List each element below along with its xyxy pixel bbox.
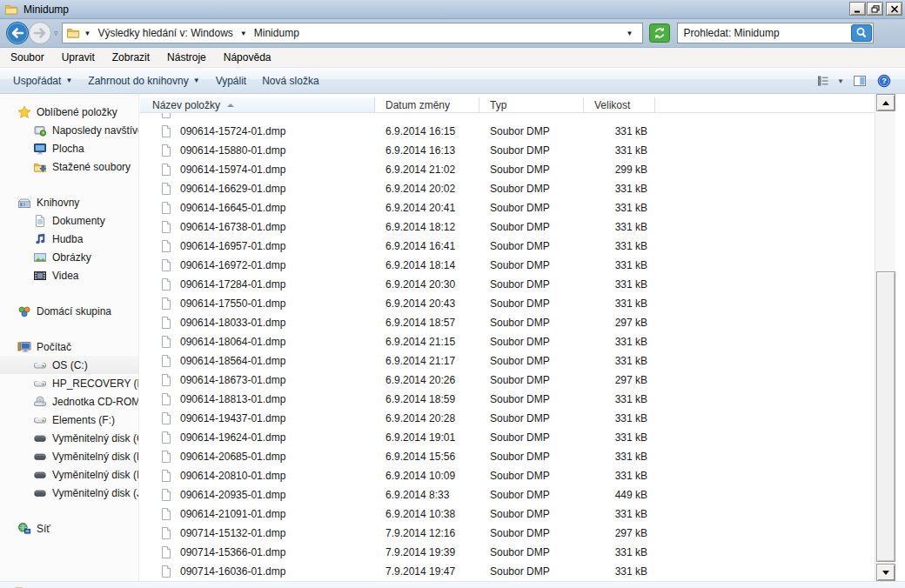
table-row[interactable]: 090614-20685-01.dmp 6.9.2014 15:56 Soubo… — [140, 447, 875, 466]
recent-pages-chevron[interactable]: ▿ — [54, 29, 58, 37]
menu-tools[interactable]: Nástroje — [158, 48, 215, 67]
table-row[interactable]: 090714-15366-01.dmp 7.9.2014 19:39 Soubo… — [140, 543, 875, 562]
sidebar-item[interactable]: Vyměnitelný disk (I:) — [0, 465, 138, 484]
desktop-icon — [33, 142, 47, 156]
table-row[interactable]: 090614-17284-01.dmp 6.9.2014 20:30 Soubo… — [140, 275, 875, 294]
views-icon[interactable] — [814, 73, 832, 89]
sidebar-item[interactable]: Vyměnitelný disk (G:) — [0, 429, 138, 447]
sidebar-item[interactable]: Počítač — [0, 337, 138, 356]
sidebar-item[interactable]: Videa — [0, 266, 138, 284]
sidebar-item[interactable]: Oblíbené položky — [0, 103, 138, 121]
minimize-button[interactable] — [849, 2, 866, 16]
sidebar-item[interactable]: Domácí skupina — [0, 302, 138, 320]
sidebar-item[interactable]: Knihovny — [0, 193, 138, 211]
search-input[interactable] — [679, 24, 851, 42]
scroll-down-button[interactable] — [876, 564, 895, 581]
table-row[interactable]: 090614-18564-01.dmp 6.9.2014 21:17 Soubo… — [140, 351, 875, 371]
removable-drive-icon — [33, 431, 47, 445]
breadcrumb-current[interactable]: Minidump — [251, 23, 302, 43]
sidebar-item[interactable]: Obrázky — [0, 248, 138, 266]
column-header-filler — [655, 97, 875, 112]
organize-button[interactable]: Uspořádat▼ — [5, 70, 80, 91]
sidebar-item[interactable]: Stažené soubory — [0, 157, 138, 176]
table-row[interactable]: 090614-15880-01.dmp 6.9.2014 16:13 Soubo… — [140, 141, 875, 160]
table-row[interactable]: 090614-17550-01.dmp 6.9.2014 20:43 Soubo… — [140, 294, 875, 313]
table-row[interactable]: 090614-20935-01.dmp 6.9.2014 8:33 Soubor… — [140, 485, 875, 504]
preview-pane-icon[interactable] — [851, 73, 868, 89]
column-header-name[interactable]: Název položky — [140, 97, 375, 112]
breadcrumb-dropdown-icon[interactable]: ▼ — [80, 30, 96, 37]
sidebar-item[interactable]: Elements (F:) — [0, 411, 138, 429]
sidebar-item[interactable]: OS (C:) — [0, 356, 138, 374]
table-row[interactable]: 090614-21091-01.dmp 6.9.2014 10:38 Soubo… — [140, 504, 875, 524]
file-name: 090614-16738-01.dmp — [180, 221, 285, 233]
table-row[interactable]: 090614-20810-01.dmp 6.9.2014 10:09 Soubo… — [140, 466, 875, 485]
column-header-size[interactable]: Velikost — [584, 97, 655, 112]
table-row[interactable]: 090614-18673-01.dmp 6.9.2014 20:26 Soubo… — [140, 371, 875, 390]
table-row[interactable]: 090614-16957-01.dmp 6.9.2014 16:41 Soubo… — [140, 237, 875, 256]
back-button[interactable] — [5, 21, 30, 45]
table-row[interactable]: 090614-15974-01.dmp 6.9.2014 21:02 Soubo… — [140, 160, 875, 179]
sidebar-item[interactable]: Síť — [0, 519, 138, 538]
table-row[interactable]: 090614-16629-01.dmp 6.9.2014 20:02 Soubo… — [140, 179, 875, 198]
vertical-scrollbar[interactable] — [875, 94, 895, 581]
file-icon — [159, 297, 173, 311]
file-icon — [159, 277, 173, 291]
help-icon[interactable]: ? — [875, 73, 893, 89]
table-row[interactable]: 090714-16036-01.dmp 7.9.2014 19:47 Soubo… — [140, 562, 875, 581]
menu-edit[interactable]: Upravit — [53, 48, 104, 67]
forward-button[interactable] — [28, 21, 52, 45]
table-row[interactable]: 090614-15724-01.dmp 6.9.2014 16:15 Soubo… — [140, 122, 875, 141]
table-row[interactable]: 090614-18813-01.dmp 6.9.2014 18:59 Soubo… — [140, 390, 875, 409]
close-button[interactable] — [886, 2, 902, 16]
sidebar-item-label: Vyměnitelný disk (G:) — [52, 432, 138, 444]
sidebar-item[interactable]: Jednotka CD-ROM (E:) — [0, 392, 138, 411]
file-size: 331 kB — [584, 546, 655, 558]
table-row[interactable]: 090614-16645-01.dmp 6.9.2014 20:41 Soubo… — [140, 198, 875, 217]
titlebar[interactable]: Minidump — [0, 0, 905, 19]
sidebar-item[interactable]: Plocha — [0, 139, 138, 157]
sidebar-item[interactable]: Naposledy navštívené — [0, 121, 138, 139]
table-row[interactable]: 090614-18033-01.dmp 6.9.2014 18:57 Soubo… — [140, 313, 875, 332]
sidebar-item[interactable]: Hudba — [0, 230, 138, 248]
sidebar-item-label: Plocha — [52, 143, 84, 155]
scroll-up-button[interactable] — [876, 94, 895, 111]
folder-icon — [4, 3, 18, 17]
file-size: 331 kB — [584, 297, 655, 310]
sidebar-item[interactable]: Dokumenty — [0, 211, 138, 230]
scrollbar-thumb[interactable] — [876, 271, 895, 562]
file-name-cell: 090714-16036-01.dmp — [140, 565, 375, 578]
documents-icon — [33, 214, 47, 228]
menu-help[interactable]: Nápověda — [215, 48, 280, 67]
search-icon[interactable] — [851, 24, 872, 42]
refresh-button[interactable] — [649, 23, 670, 43]
table-row[interactable]: 090614-16738-01.dmp 6.9.2014 18:12 Soubo… — [140, 217, 875, 237]
sidebar-item[interactable]: Vyměnitelný disk (H:) — [0, 447, 138, 465]
file-icon — [159, 507, 173, 521]
menu-view[interactable]: Zobrazit — [104, 48, 158, 67]
file-name-cell: 090614-17550-01.dmp — [140, 297, 375, 311]
new-folder-button[interactable]: Nová složka — [254, 70, 326, 91]
sidebar-item[interactable]: HP_RECOVERY (D:) — [0, 374, 138, 392]
file-name: 090614-18064-01.dmp — [180, 336, 285, 348]
table-row[interactable]: 090714-15132-01.dmp 7.9.2014 12:16 Soubo… — [140, 524, 875, 543]
burn-button[interactable]: Vypálit — [208, 70, 255, 91]
table-row[interactable]: 090614-18064-01.dmp 6.9.2014 21:15 Soubo… — [140, 332, 875, 351]
address-bar[interactable]: ▼ Výsledky hledání v: Windows ▼ Minidump… — [62, 23, 643, 43]
include-in-library-button[interactable]: Zahrnout do knihovny▼ — [80, 70, 207, 91]
search-box[interactable] — [677, 23, 874, 43]
views-dropdown-icon[interactable]: ▼ — [837, 77, 844, 85]
menu-file[interactable]: Soubor — [2, 48, 53, 67]
sidebar-item[interactable]: Vyměnitelný disk (J:) — [0, 484, 138, 502]
address-history-dropdown-icon[interactable]: ▼ — [621, 30, 639, 37]
navigation-bar: ▿ ▼ Výsledky hledání v: Windows ▼ Minidu… — [0, 19, 905, 48]
file-type: Soubor DMP — [479, 527, 584, 539]
column-header-date[interactable]: Datum změny — [375, 97, 479, 112]
restore-button[interactable] — [867, 2, 883, 16]
table-row[interactable]: 090614-16972-01.dmp 6.9.2014 18:14 Soubo… — [140, 256, 875, 275]
table-row[interactable]: 090614-19437-01.dmp 6.9.2014 20:28 Soubo… — [140, 409, 875, 428]
column-header-type[interactable]: Typ — [479, 97, 584, 112]
breadcrumb-scope[interactable]: Výsledky hledání v: Windows — [95, 23, 235, 43]
breadcrumb-separator-icon[interactable]: ▼ — [236, 30, 251, 37]
table-row[interactable]: 090614-19624-01.dmp 6.9.2014 19:01 Soubo… — [140, 428, 875, 447]
